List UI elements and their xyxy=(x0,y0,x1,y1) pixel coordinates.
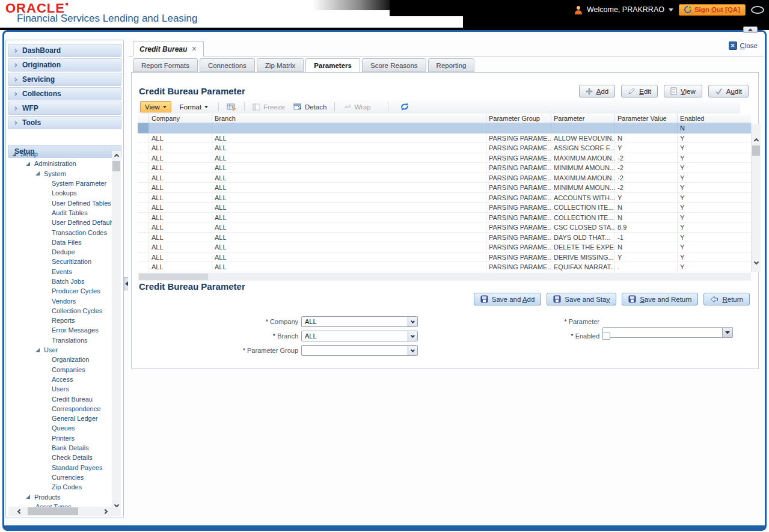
subtab[interactable]: Score Reasons xyxy=(362,58,426,72)
scrollbar-thumb[interactable] xyxy=(28,507,78,515)
tree-item[interactable]: Setup xyxy=(8,149,114,159)
save-and-add-button[interactable]: Save and Add xyxy=(474,293,542,305)
column-header-parameter-value[interactable]: Parameter Value xyxy=(615,114,678,123)
tree-item[interactable]: Securitization xyxy=(8,257,114,266)
select-dropdown-button[interactable] xyxy=(408,331,417,341)
tree-item[interactable]: Access xyxy=(8,375,114,384)
subtab[interactable]: Zip Matrix xyxy=(257,58,304,72)
save-and-return-button[interactable]: Save and Return xyxy=(622,293,698,305)
table-row[interactable]: ALL ALL PARSING PARAME... COLLECTION ITE… xyxy=(138,203,751,213)
parameter-group-select[interactable] xyxy=(301,345,418,356)
tree-item[interactable]: Standard Payees xyxy=(8,463,114,472)
tree-item[interactable]: Audit Tables xyxy=(8,208,114,218)
table-row[interactable]: ALL ALL PARSING PARAME... MAXIMUM AMOUN.… xyxy=(138,173,751,183)
session-indicator-icon[interactable] xyxy=(751,6,764,14)
sidebar-menu-item[interactable]: Tools xyxy=(8,116,121,129)
tree-item[interactable]: Transaction Codes xyxy=(8,227,114,237)
table-row[interactable]: ALL ALL PARSING PARAME... ACCOUNTS WITH.… xyxy=(138,193,751,203)
sidebar-menu-item[interactable]: WFP xyxy=(8,102,121,115)
company-select[interactable]: ALL xyxy=(301,316,418,327)
tab-credit-bureau[interactable]: Credit Bureau ✕ xyxy=(133,41,204,57)
subtab[interactable]: Reporting xyxy=(428,58,475,72)
close-button[interactable]: ✕ Close xyxy=(729,41,758,50)
tree-item[interactable]: Collection Cycles xyxy=(8,306,114,316)
enabled-checkbox[interactable] xyxy=(602,332,610,340)
table-row[interactable]: ALL ALL PARSING PARAME... ALLOW REVOLVIN… xyxy=(138,133,751,144)
tree-vertical-scrollbar[interactable] xyxy=(112,151,121,510)
subtab[interactable]: Report Formats xyxy=(133,58,198,72)
table-row[interactable]: ALL ALL PARSING PARAME... DELETE THE EXP… xyxy=(138,242,751,252)
table-row[interactable]: ALL ALL PARSING PARAME... MINIMUM AMOUN.… xyxy=(138,183,751,193)
collapse-up-button[interactable] xyxy=(743,26,758,33)
table-row[interactable]: ALL ALL PARSING PARAME... DAYS OLD THAT.… xyxy=(138,233,751,243)
audit-button[interactable]: Audit xyxy=(708,85,749,97)
query-by-example-button[interactable] xyxy=(224,103,239,111)
detach-button[interactable]: Detach xyxy=(291,103,329,111)
tree-item[interactable]: Products xyxy=(8,492,114,501)
column-header-parameter-group[interactable]: Parameter Group xyxy=(486,114,551,123)
tree-expanded-icon[interactable] xyxy=(12,152,16,156)
scroll-up-arrow[interactable] xyxy=(752,135,761,144)
tree-item[interactable]: Batch Jobs xyxy=(8,277,114,286)
tree-item[interactable]: Printers xyxy=(8,433,114,443)
tree-item[interactable]: General Ledger xyxy=(8,414,114,423)
user-menu[interactable]: Welcome, PRAKRRAO xyxy=(574,5,673,14)
sidebar-menu-item[interactable]: DashBoard xyxy=(8,44,121,57)
tree-item[interactable]: Currencies xyxy=(8,472,114,482)
sidebar-menu-item[interactable]: Servicing xyxy=(8,73,121,86)
tree-item[interactable]: Companies xyxy=(8,365,114,375)
view-menu-button[interactable]: View xyxy=(140,101,171,112)
tree-item[interactable]: Queues xyxy=(8,423,114,433)
sidebar-menu-item[interactable]: Collections xyxy=(8,87,121,100)
tree-expanded-icon[interactable] xyxy=(35,348,40,352)
tree-item[interactable]: Translations xyxy=(8,335,114,345)
tree-item[interactable]: Administration xyxy=(8,159,114,168)
table-horizontal-scrollbar[interactable] xyxy=(138,273,751,281)
tree-item[interactable]: Dedupe xyxy=(8,247,114,257)
add-button[interactable]: Add xyxy=(579,85,615,97)
view-button[interactable]: View xyxy=(664,85,702,97)
table-row[interactable]: ALL ALL PARSING PARAME... MINIMUM AMOUN.… xyxy=(138,163,751,173)
tree-item[interactable]: Zip Codes xyxy=(8,482,114,492)
scroll-right-arrow[interactable] xyxy=(100,507,111,516)
tree-item[interactable]: Lookups xyxy=(8,188,114,198)
tree-expanded-icon[interactable] xyxy=(35,171,40,176)
tree-item[interactable]: Bank Details xyxy=(8,443,114,453)
tab-close-icon[interactable]: ✕ xyxy=(191,45,197,53)
tree-item[interactable]: System xyxy=(8,169,114,179)
column-header-branch[interactable]: Branch xyxy=(212,114,486,123)
tree-item[interactable]: User Defined Default xyxy=(8,218,114,227)
format-menu-button[interactable]: Format xyxy=(175,101,213,112)
tree-item[interactable]: Check Details xyxy=(8,453,114,462)
sidebar-menu-item[interactable]: Origination xyxy=(8,58,121,72)
scroll-up-arrow[interactable] xyxy=(112,151,121,160)
tree-item[interactable]: Producer Cycles xyxy=(8,286,114,296)
subtab[interactable]: Parameters xyxy=(305,58,360,72)
tree-item[interactable]: Error Messages xyxy=(8,325,114,335)
table-row[interactable]: ALL ALL PARSING PARAME... ASSIGN SCORE E… xyxy=(138,143,751,153)
tree-item[interactable]: Reports xyxy=(8,316,114,325)
tree-item[interactable]: Organization xyxy=(8,355,114,364)
tree-item[interactable]: Vendors xyxy=(8,296,114,305)
table-row[interactable]: ALL ALL PARSING PARAME... COLLECTION ITE… xyxy=(138,213,751,223)
scrollbar-thumb[interactable] xyxy=(112,161,120,171)
table-row[interactable]: ALL ALL PARSING PARAME... MAXIMUM AMOUN.… xyxy=(138,153,751,164)
sign-out-button[interactable]: Sign Out [QA] xyxy=(679,4,746,16)
scrollbar-thumb[interactable] xyxy=(752,145,760,156)
branch-select[interactable]: ALL xyxy=(301,331,418,341)
tree-expanded-icon[interactable] xyxy=(26,495,30,499)
scroll-left-arrow[interactable] xyxy=(13,507,24,516)
table-row[interactable]: ALL ALL PARSING PARAME... EQUIFAX NARRAT… xyxy=(138,262,751,272)
edit-button[interactable]: Edit xyxy=(621,85,658,97)
tree-item[interactable]: Credit Bureau xyxy=(8,394,114,403)
tree-horizontal-scrollbar[interactable] xyxy=(8,507,121,516)
tree-item[interactable]: Events xyxy=(8,267,114,277)
tree-item[interactable]: User Defined Tables xyxy=(8,198,114,207)
column-header-enabled[interactable]: Enabled xyxy=(678,114,751,123)
table-row[interactable]: ALL ALL PARSING PARAME... CSC CLOSED STA… xyxy=(138,222,751,233)
table-vertical-scrollbar[interactable] xyxy=(751,124,761,272)
tree-item[interactable]: User xyxy=(8,345,114,355)
tree-item[interactable]: Users xyxy=(8,384,114,394)
refresh-button[interactable] xyxy=(397,102,412,111)
tree-item[interactable]: Correspondence xyxy=(8,404,114,414)
